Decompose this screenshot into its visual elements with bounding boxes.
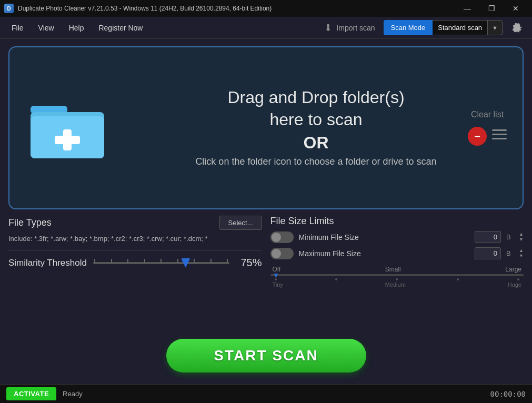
status-timer: 00:00:00 [490, 390, 526, 398]
list-icon[interactable] [492, 128, 507, 144]
size-scale: Off Small Large ▼ Tiny Medium H [270, 266, 524, 288]
bottom-panels: File Types Select... Include: *.3fr; *.a… [8, 216, 524, 329]
status-ready-text: Ready [63, 390, 83, 398]
divider [8, 250, 262, 250]
scale-labels: Off Small Large [270, 266, 524, 273]
file-types-header: File Types Select... [8, 216, 262, 230]
max-size-unit: B [506, 249, 514, 257]
download-icon: ⬇ [324, 22, 332, 34]
max-size-arrows[interactable]: ▲ ▼ [519, 248, 524, 258]
scan-mode-dropdown-button[interactable]: ▼ [488, 20, 503, 35]
similarity-value: 75% [236, 257, 262, 269]
right-panel: File Size Limits Minimum File Size B ▲ ▼… [270, 216, 524, 329]
scan-mode-value: Standard scan [433, 20, 488, 35]
select-button[interactable]: Select... [219, 216, 262, 230]
tick-6 [177, 259, 178, 263]
min-file-size-row: Minimum File Size B ▲ ▼ [270, 231, 524, 243]
slider-track [93, 262, 229, 264]
scan-mode-label[interactable]: Scan Mode [384, 20, 433, 35]
settings-button[interactable] [508, 18, 527, 37]
list-view-icon [492, 128, 507, 141]
include-value: *.3fr; *.arw; *.bay; *.bmp; *.cr2; *.cr3… [34, 235, 207, 243]
scale-dots [270, 278, 524, 280]
activate-button[interactable]: ACTIVATE [6, 387, 56, 400]
tick-2 [111, 259, 112, 263]
add-folder-icon [25, 90, 109, 164]
scale-label-small: Small [385, 266, 401, 273]
similarity-slider[interactable] [93, 258, 229, 268]
title-bar-controls: — ❐ ✕ [455, 0, 528, 17]
menu-help[interactable]: Help [63, 21, 91, 35]
left-panel: File Types Select... Include: *.3fr; *.a… [8, 216, 262, 329]
remove-button[interactable]: − [468, 127, 487, 146]
scale-track: ▼ [270, 274, 524, 276]
scale-dot-4 [457, 278, 459, 280]
gear-icon [512, 23, 523, 33]
scale-sublabel-huge: Huge [508, 281, 521, 288]
maximize-button[interactable]: ❐ [479, 0, 504, 17]
start-scan-area: START SCAN [8, 336, 524, 377]
scale-dot-2 [335, 278, 337, 280]
similarity-label: Similarity Threshold [8, 258, 87, 268]
tick-9 [227, 259, 228, 263]
scale-pointer-icon: ▼ [273, 271, 280, 279]
include-label: Include: [8, 235, 33, 243]
file-size-limits-title: File Size Limits [270, 216, 524, 227]
clear-list-label: Clear list [471, 110, 504, 119]
menu-bar: File View Help Register Now ⬇ Import sca… [0, 17, 532, 39]
tick-1 [94, 259, 95, 263]
min-size-input[interactable] [475, 231, 501, 243]
menu-register[interactable]: Register Now [92, 21, 149, 35]
drop-sub: Click on the folder icon to choose a fol… [125, 155, 507, 169]
svg-rect-6 [492, 134, 507, 135]
minimize-button[interactable]: — [455, 0, 479, 17]
drop-or: OR [125, 133, 507, 153]
file-types-include: Include: *.3fr; *.arw; *.bay; *.bmp; *.c… [8, 234, 262, 244]
window-title: Duplicate Photo Cleaner v7.21.0.53 - Win… [18, 5, 272, 12]
tick-4 [144, 259, 145, 263]
similarity-row: Similarity Threshold [8, 257, 262, 269]
tick-3 [127, 259, 128, 263]
app-icon: D [4, 4, 14, 13]
scale-dot-5 [517, 278, 519, 280]
max-file-size-row: Maximum File Size B ▲ ▼ [270, 247, 524, 259]
start-scan-button[interactable]: START SCAN [166, 339, 366, 372]
drop-text-area: Drag and Drop folder(s) here to scan OR … [125, 87, 507, 168]
title-bar: D Duplicate Photo Cleaner v7.21.0.53 - W… [0, 0, 532, 17]
min-size-toggle[interactable] [270, 231, 294, 243]
max-size-down-arrow[interactable]: ▼ [519, 254, 524, 258]
min-size-up-arrow[interactable]: ▲ [519, 232, 524, 237]
drop-line1: Drag and Drop folder(s) [125, 87, 507, 109]
scale-sublabel-medium: Medium [385, 281, 406, 288]
menu-view[interactable]: View [32, 21, 61, 35]
file-types-title: File Types [8, 217, 52, 228]
scale-label-large: Large [505, 266, 521, 273]
min-size-unit: B [506, 233, 514, 241]
import-scan-label: Import scan [336, 24, 375, 32]
max-size-input[interactable] [475, 247, 501, 259]
max-size-toggle[interactable] [270, 248, 294, 259]
title-bar-left: D Duplicate Photo Cleaner v7.21.0.53 - W… [4, 4, 272, 13]
min-size-down-arrow[interactable]: ▼ [519, 237, 524, 242]
drop-line2: here to scan [125, 109, 507, 131]
svg-rect-4 [55, 136, 80, 144]
import-scan-button[interactable]: ⬇ Import scan [318, 19, 381, 37]
min-size-arrows[interactable]: ▲ ▼ [519, 232, 524, 242]
tick-7 [194, 259, 195, 263]
main-content: Drag and Drop folder(s) here to scan OR … [0, 39, 532, 384]
close-button[interactable]: ✕ [504, 0, 528, 17]
svg-rect-7 [492, 138, 507, 139]
min-size-label: Minimum File Size [299, 233, 470, 241]
status-bar: ACTIVATE Ready 00:00:00 [0, 384, 532, 403]
clear-list-area: Clear list − [468, 110, 507, 146]
drop-zone[interactable]: Drag and Drop folder(s) here to scan OR … [8, 46, 524, 209]
slider-thumb[interactable] [181, 258, 190, 268]
tick-8 [210, 259, 212, 263]
folder-icon-area[interactable] [25, 90, 109, 166]
scale-sublabel-tiny: Tiny [273, 281, 283, 288]
clear-list-icons: − [468, 127, 507, 146]
max-size-up-arrow[interactable]: ▲ [519, 248, 524, 253]
scan-mode-area: Scan Mode Standard scan ▼ [384, 20, 503, 35]
svg-rect-5 [492, 129, 507, 131]
menu-file[interactable]: File [5, 21, 30, 35]
